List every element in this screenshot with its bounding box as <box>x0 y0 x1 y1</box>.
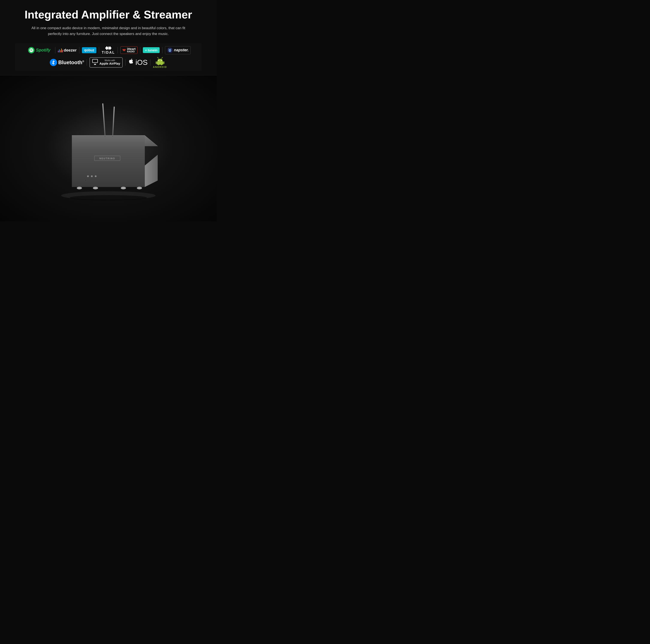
svg-point-27 <box>70 195 147 200</box>
page-subtitle: All in one compact audio device in moder… <box>25 25 192 37</box>
svg-point-6 <box>169 49 171 52</box>
svg-rect-21 <box>157 61 163 65</box>
svg-rect-39 <box>112 106 115 137</box>
separator-1 <box>55 47 56 54</box>
iheart-text-top: iHeart <box>127 47 136 50</box>
tidal-text-label: TIDAL <box>102 50 115 55</box>
spotify-icon <box>28 47 35 54</box>
svg-point-35 <box>93 187 98 189</box>
android-text-label: ANDROID <box>153 66 167 68</box>
svg-point-8 <box>170 50 171 50</box>
android-logo: ANDROID <box>153 57 167 68</box>
airplay-badge: Works with Apple AirPlay <box>89 57 123 68</box>
tunein-text-label: tunein <box>148 48 157 52</box>
iheart-logo: ❤ iHeart RADIO <box>120 46 138 54</box>
separator-9 <box>150 59 150 66</box>
svg-rect-23 <box>164 61 164 64</box>
svg-point-34 <box>77 187 82 189</box>
svg-point-7 <box>169 50 170 50</box>
bluetooth-text-label: Bluetooth® <box>58 60 84 65</box>
deezer-logo: deezer <box>58 48 77 53</box>
iheart-text-bottom: RADIO <box>127 50 136 53</box>
apple-icon <box>128 58 134 67</box>
svg-line-17 <box>157 57 158 58</box>
tunein-plus-icon: + <box>145 48 147 52</box>
svg-marker-2 <box>108 46 112 50</box>
iheart-text: iHeart RADIO <box>127 47 136 53</box>
separator-5 <box>140 47 140 54</box>
ios-text-label: iOS <box>135 58 148 67</box>
separator-6 <box>162 47 162 54</box>
streaming-logos-row: Spotify deezer qo <box>26 46 191 55</box>
svg-text:NEUTRINO: NEUTRINO <box>99 157 115 160</box>
bluetooth-reg-icon: ® <box>82 60 84 63</box>
svg-line-18 <box>161 57 162 58</box>
svg-point-31 <box>91 175 93 177</box>
page-title: Integrated Amplifier & Streamer <box>13 9 204 21</box>
svg-rect-24 <box>158 64 159 65</box>
svg-point-36 <box>121 187 126 189</box>
deezer-bar-2 <box>59 49 60 53</box>
spotify-text-label: Spotify <box>36 48 50 53</box>
svg-rect-15 <box>93 59 98 63</box>
airplay-name-text: Apple AirPlay <box>99 62 120 65</box>
deezer-bar-4 <box>61 48 62 53</box>
header-section: Integrated Amplifier & Streamer All in o… <box>0 0 217 75</box>
qobuz-text-label: qobuz <box>84 48 94 52</box>
airplay-works-with-text: Works with <box>99 60 120 62</box>
android-icon <box>156 57 164 65</box>
logos-section: Spotify deezer qo <box>15 43 202 71</box>
platform-logos-row: Bluetooth® Works with Apple AirPlay <box>50 57 167 68</box>
separator-4 <box>117 47 118 54</box>
svg-point-37 <box>137 187 142 189</box>
separator-3 <box>99 47 99 54</box>
napster-icon <box>167 47 173 53</box>
tunein-logo: + tunein <box>143 47 159 53</box>
qobuz-logo: qobuz <box>82 47 96 53</box>
spotify-logo: Spotify <box>26 46 52 55</box>
svg-point-9 <box>170 50 170 51</box>
napster-logo: napster. <box>165 46 191 54</box>
deezer-bar-1 <box>58 50 59 53</box>
separator-8 <box>125 59 125 66</box>
tidal-icon <box>105 46 112 50</box>
device-illustration: NEUTRINO <box>46 93 171 208</box>
svg-rect-22 <box>156 61 156 64</box>
bluetooth-icon <box>50 59 57 66</box>
svg-rect-38 <box>102 103 106 137</box>
svg-point-30 <box>87 175 89 177</box>
deezer-icon <box>58 48 63 53</box>
svg-point-33 <box>85 179 87 181</box>
napster-text-label: napster. <box>174 48 189 53</box>
svg-point-19 <box>158 60 159 61</box>
separator-2 <box>79 47 79 54</box>
deezer-text-label: deezer <box>64 48 77 53</box>
deezer-bar-3 <box>60 50 61 53</box>
airplay-text-block: Works with Apple AirPlay <box>99 60 120 65</box>
svg-point-20 <box>161 60 162 61</box>
page-container: Integrated Amplifier & Streamer All in o… <box>0 0 217 221</box>
device-section: NEUTRINO <box>0 75 217 221</box>
bluetooth-logo: Bluetooth® <box>50 59 84 66</box>
ios-logo: iOS <box>128 58 148 67</box>
svg-point-32 <box>95 175 97 177</box>
airplay-icon <box>92 59 98 66</box>
iheart-icon: ❤ <box>122 48 126 53</box>
svg-marker-16 <box>94 64 96 65</box>
svg-rect-25 <box>161 64 162 65</box>
deezer-bar-5 <box>62 50 63 53</box>
tidal-logo: TIDAL <box>102 46 115 55</box>
